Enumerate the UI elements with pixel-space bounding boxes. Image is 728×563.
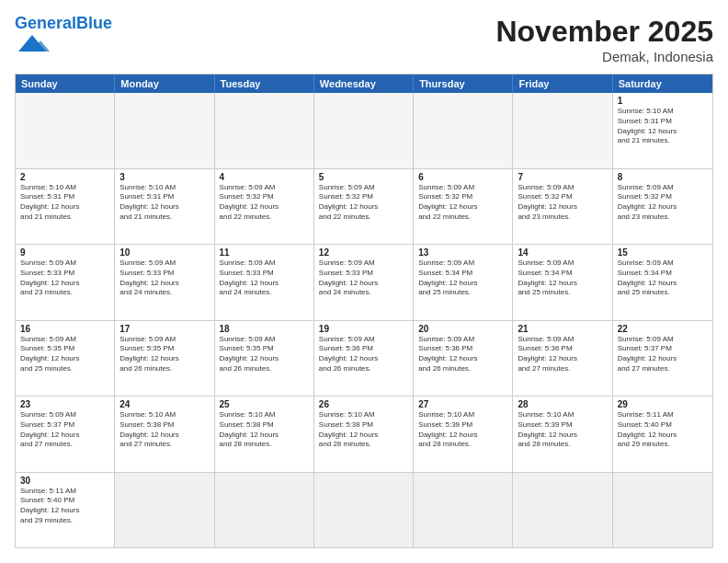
calendar-day-cell: 6Sunrise: 5:09 AM Sunset: 5:32 PM Daylig… [414, 169, 513, 245]
calendar-day-cell: 3Sunrise: 5:10 AM Sunset: 5:31 PM Daylig… [115, 169, 214, 245]
calendar-day-cell [215, 473, 314, 548]
calendar-day-cell: 23Sunrise: 5:09 AM Sunset: 5:37 PM Dayli… [16, 396, 115, 472]
day-number: 20 [418, 324, 507, 334]
day-info: Sunrise: 5:09 AM Sunset: 5:32 PM Dayligh… [220, 183, 309, 223]
day-number: 8 [618, 172, 708, 182]
calendar-day-cell: 12Sunrise: 5:09 AM Sunset: 5:33 PM Dayli… [314, 245, 414, 320]
calendar-day-cell: 20Sunrise: 5:09 AM Sunset: 5:36 PM Dayli… [414, 321, 513, 396]
day-number: 30 [20, 476, 109, 486]
day-number: 25 [220, 399, 309, 409]
calendar-day-cell: 25Sunrise: 5:10 AM Sunset: 5:38 PM Dayli… [215, 396, 314, 472]
day-number: 22 [618, 324, 708, 334]
day-info: Sunrise: 5:10 AM Sunset: 5:31 PM Dayligh… [20, 183, 109, 223]
logo: GeneralBlue [15, 15, 112, 52]
day-number: 9 [20, 247, 109, 258]
calendar-header-cell: Monday [115, 75, 214, 93]
day-info: Sunrise: 5:09 AM Sunset: 5:34 PM Dayligh… [518, 259, 607, 298]
day-info: Sunrise: 5:09 AM Sunset: 5:36 PM Dayligh… [418, 335, 507, 374]
day-info: Sunrise: 5:09 AM Sunset: 5:35 PM Dayligh… [119, 335, 209, 374]
calendar-header-cell: Tuesday [215, 75, 314, 93]
calendar-header-row: SundayMondayTuesdayWednesdayThursdayFrid… [16, 75, 712, 93]
calendar-day-cell: 16Sunrise: 5:09 AM Sunset: 5:35 PM Dayli… [16, 321, 115, 396]
calendar-day-cell: 10Sunrise: 5:09 AM Sunset: 5:33 PM Dayli… [115, 245, 214, 320]
day-info: Sunrise: 5:09 AM Sunset: 5:33 PM Dayligh… [20, 259, 109, 298]
logo-icon [15, 35, 50, 52]
calendar-week-row: 30Sunrise: 5:11 AM Sunset: 5:40 PM Dayli… [16, 472, 712, 548]
calendar-header-cell: Saturday [613, 75, 712, 93]
day-number: 15 [618, 247, 708, 258]
day-info: Sunrise: 5:09 AM Sunset: 5:33 PM Dayligh… [220, 259, 309, 298]
day-info: Sunrise: 5:10 AM Sunset: 5:31 PM Dayligh… [119, 183, 209, 223]
day-number: 17 [119, 324, 209, 334]
calendar-day-cell: 14Sunrise: 5:09 AM Sunset: 5:34 PM Dayli… [513, 245, 612, 320]
day-number: 19 [319, 324, 408, 334]
calendar-week-row: 1Sunrise: 5:10 AM Sunset: 5:31 PM Daylig… [16, 93, 712, 168]
calendar-day-cell [414, 473, 513, 548]
day-info: Sunrise: 5:10 AM Sunset: 5:39 PM Dayligh… [518, 410, 607, 450]
logo-blue: Blue [76, 14, 112, 32]
calendar-day-cell: 15Sunrise: 5:09 AM Sunset: 5:34 PM Dayli… [613, 245, 712, 320]
calendar-day-cell: 22Sunrise: 5:09 AM Sunset: 5:37 PM Dayli… [613, 321, 712, 396]
day-info: Sunrise: 5:09 AM Sunset: 5:32 PM Dayligh… [518, 183, 607, 223]
calendar-day-cell: 26Sunrise: 5:10 AM Sunset: 5:38 PM Dayli… [314, 396, 414, 472]
day-number: 2 [20, 172, 109, 182]
day-number: 5 [319, 172, 408, 182]
day-info: Sunrise: 5:10 AM Sunset: 5:31 PM Dayligh… [618, 107, 708, 146]
calendar-week-row: 16Sunrise: 5:09 AM Sunset: 5:35 PM Dayli… [16, 320, 712, 396]
calendar-day-cell: 1Sunrise: 5:10 AM Sunset: 5:31 PM Daylig… [613, 93, 712, 168]
calendar: SundayMondayTuesdayWednesdayThursdayFrid… [15, 74, 713, 548]
calendar-header-cell: Thursday [414, 75, 513, 93]
calendar-week-row: 23Sunrise: 5:09 AM Sunset: 5:37 PM Dayli… [16, 396, 712, 472]
day-info: Sunrise: 5:11 AM Sunset: 5:40 PM Dayligh… [20, 487, 109, 526]
day-info: Sunrise: 5:09 AM Sunset: 5:32 PM Dayligh… [618, 183, 708, 223]
calendar-day-cell [115, 93, 214, 168]
calendar-day-cell: 30Sunrise: 5:11 AM Sunset: 5:40 PM Dayli… [16, 473, 115, 548]
day-number: 10 [119, 247, 209, 258]
calendar-day-cell: 5Sunrise: 5:09 AM Sunset: 5:32 PM Daylig… [314, 169, 414, 245]
day-number: 6 [418, 172, 507, 182]
day-number: 13 [418, 247, 507, 258]
calendar-day-cell [513, 473, 612, 548]
calendar-day-cell: 8Sunrise: 5:09 AM Sunset: 5:32 PM Daylig… [613, 169, 712, 245]
day-number: 23 [20, 399, 109, 409]
calendar-day-cell [513, 93, 612, 168]
day-number: 12 [319, 247, 408, 258]
day-info: Sunrise: 5:10 AM Sunset: 5:38 PM Dayligh… [220, 410, 309, 450]
title-block: November 2025 Demak, Indonesia [495, 15, 713, 64]
day-info: Sunrise: 5:09 AM Sunset: 5:32 PM Dayligh… [319, 183, 408, 223]
day-info: Sunrise: 5:09 AM Sunset: 5:36 PM Dayligh… [518, 335, 607, 374]
day-info: Sunrise: 5:10 AM Sunset: 5:38 PM Dayligh… [119, 410, 209, 450]
day-number: 27 [418, 399, 507, 409]
day-info: Sunrise: 5:10 AM Sunset: 5:39 PM Dayligh… [418, 410, 507, 450]
day-number: 14 [518, 247, 607, 258]
day-info: Sunrise: 5:10 AM Sunset: 5:38 PM Dayligh… [319, 410, 408, 450]
calendar-day-cell [115, 473, 214, 548]
day-number: 7 [518, 172, 607, 182]
day-number: 1 [618, 96, 708, 106]
logo-text: GeneralBlue [15, 15, 112, 33]
day-info: Sunrise: 5:09 AM Sunset: 5:34 PM Dayligh… [418, 259, 507, 298]
day-number: 16 [20, 324, 109, 334]
day-number: 11 [220, 247, 309, 258]
calendar-header-cell: Wednesday [314, 75, 414, 93]
calendar-subtitle: Demak, Indonesia [495, 49, 713, 64]
calendar-day-cell [215, 93, 314, 168]
day-info: Sunrise: 5:09 AM Sunset: 5:33 PM Dayligh… [119, 259, 209, 298]
day-info: Sunrise: 5:09 AM Sunset: 5:35 PM Dayligh… [20, 335, 109, 374]
day-number: 18 [220, 324, 309, 334]
header: GeneralBlue November 2025 Demak, Indones… [15, 15, 713, 64]
day-info: Sunrise: 5:09 AM Sunset: 5:34 PM Dayligh… [618, 259, 708, 298]
calendar-day-cell: 19Sunrise: 5:09 AM Sunset: 5:36 PM Dayli… [314, 321, 414, 396]
calendar-day-cell: 13Sunrise: 5:09 AM Sunset: 5:34 PM Dayli… [414, 245, 513, 320]
calendar-week-row: 9Sunrise: 5:09 AM Sunset: 5:33 PM Daylig… [16, 244, 712, 320]
calendar-day-cell: 27Sunrise: 5:10 AM Sunset: 5:39 PM Dayli… [414, 396, 513, 472]
calendar-day-cell: 4Sunrise: 5:09 AM Sunset: 5:32 PM Daylig… [215, 169, 314, 245]
day-number: 24 [119, 399, 209, 409]
day-number: 29 [618, 399, 708, 409]
day-info: Sunrise: 5:09 AM Sunset: 5:32 PM Dayligh… [418, 183, 507, 223]
logo-general: General [15, 14, 76, 32]
day-number: 4 [220, 172, 309, 182]
calendar-day-cell: 18Sunrise: 5:09 AM Sunset: 5:35 PM Dayli… [215, 321, 314, 396]
calendar-body: 1Sunrise: 5:10 AM Sunset: 5:31 PM Daylig… [16, 93, 712, 547]
calendar-day-cell: 2Sunrise: 5:10 AM Sunset: 5:31 PM Daylig… [16, 169, 115, 245]
